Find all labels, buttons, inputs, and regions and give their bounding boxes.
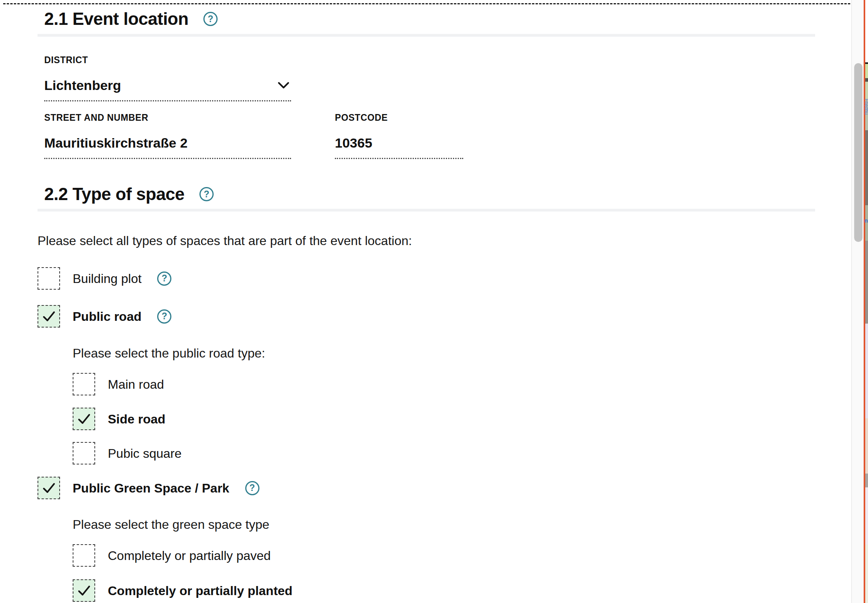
help-icon[interactable]: ? — [157, 309, 171, 324]
postcode-input[interactable]: 10365 — [335, 135, 463, 159]
checkmark-icon — [77, 413, 91, 425]
form-top-dashed-border — [3, 3, 868, 4]
checkbox-row-green-space: Public Green Space / Park ? — [38, 477, 259, 499]
public-road-label: Public road — [73, 309, 141, 324]
building-plot-label: Building plot — [73, 271, 141, 286]
district-value: Lichtenberg — [44, 77, 121, 93]
checkbox-row-side-road: Side road — [73, 408, 165, 430]
question-mark-glyph: ? — [162, 273, 167, 284]
checkbox-row-planted: Completely or partially planted — [73, 579, 293, 602]
help-icon[interactable]: ? — [199, 187, 214, 201]
district-select[interactable]: Lichtenberg — [44, 77, 291, 101]
event-application-form-page: 2.1 Event location ? DISTRICT Lichtenber… — [0, 0, 868, 603]
district-field: DISTRICT Lichtenberg — [38, 54, 291, 101]
question-mark-glyph: ? — [250, 483, 255, 493]
checkbox-row-public-square: Pubic square — [73, 442, 182, 464]
street-label: STREET AND NUMBER — [44, 112, 291, 123]
green-space-label: Public Green Space / Park — [73, 481, 229, 496]
main-road-checkbox[interactable] — [73, 373, 95, 395]
help-icon[interactable]: ? — [245, 481, 259, 495]
chevron-down-icon — [278, 82, 289, 89]
paved-checkbox[interactable] — [73, 544, 95, 567]
checkbox-row-main-road: Main road — [73, 373, 164, 395]
map-street-label-fragment: n — [864, 218, 868, 223]
section-title-event-location: 2.1 Event location — [44, 9, 188, 28]
map-route-highlight-line — [864, 0, 865, 603]
help-icon[interactable]: ? — [203, 12, 218, 26]
side-road-label: Side road — [108, 412, 165, 427]
postcode-field: POSTCODE 10365 — [328, 112, 463, 159]
question-mark-glyph: ? — [208, 14, 213, 24]
main-road-label: Main road — [108, 377, 164, 392]
map-panel-edge[interactable] — [864, 0, 868, 603]
postcode-value: 10365 — [335, 135, 372, 151]
paved-label: Completely or partially paved — [108, 548, 271, 563]
section-title-type-of-space: 2.2 Type of space — [44, 185, 184, 204]
question-mark-glyph: ? — [162, 311, 167, 322]
street-input[interactable]: Mauritiuskirchstraße 2 — [44, 135, 291, 159]
road-type-prompt: Please select the public road type: — [73, 346, 265, 361]
vertical-scrollbar-track[interactable] — [851, 0, 864, 603]
district-label: DISTRICT — [44, 54, 291, 66]
section-divider — [38, 209, 815, 212]
street-field: STREET AND NUMBER Mauritiuskirchstraße 2 — [38, 112, 291, 159]
checkmark-icon — [42, 482, 56, 494]
help-icon[interactable]: ? — [157, 272, 171, 286]
section-divider — [38, 34, 815, 37]
map-street-label-fragment: Friedhu — [864, 99, 868, 134]
street-value: Mauritiuskirchstraße 2 — [44, 135, 188, 151]
public-square-checkbox[interactable] — [73, 442, 95, 464]
checkbox-row-public-road: Public road ? — [38, 305, 171, 328]
vertical-scrollbar-thumb[interactable] — [854, 63, 862, 242]
planted-checkbox[interactable] — [73, 579, 95, 602]
planted-label: Completely or partially planted — [108, 583, 293, 598]
checkbox-row-paved: Completely or partially paved — [73, 544, 271, 567]
green-type-prompt: Please select the green space type — [73, 517, 269, 532]
public-road-checkbox[interactable] — [38, 305, 60, 328]
checkmark-icon — [42, 311, 56, 322]
section-event-location-header: 2.1 Event location ? — [44, 9, 218, 28]
side-road-checkbox[interactable] — [73, 408, 95, 430]
postcode-label: POSTCODE — [335, 112, 463, 123]
public-square-label: Pubic square — [108, 446, 182, 461]
question-mark-glyph: ? — [204, 189, 209, 200]
checkmark-icon — [77, 585, 91, 597]
space-types-prompt: Please select all types of spaces that a… — [38, 233, 412, 248]
map-sliver — [865, 0, 868, 603]
checkbox-row-building-plot: Building plot ? — [38, 267, 171, 290]
green-space-checkbox[interactable] — [38, 477, 60, 499]
section-type-of-space-header: 2.2 Type of space ? — [44, 185, 214, 204]
building-plot-checkbox[interactable] — [38, 267, 60, 290]
